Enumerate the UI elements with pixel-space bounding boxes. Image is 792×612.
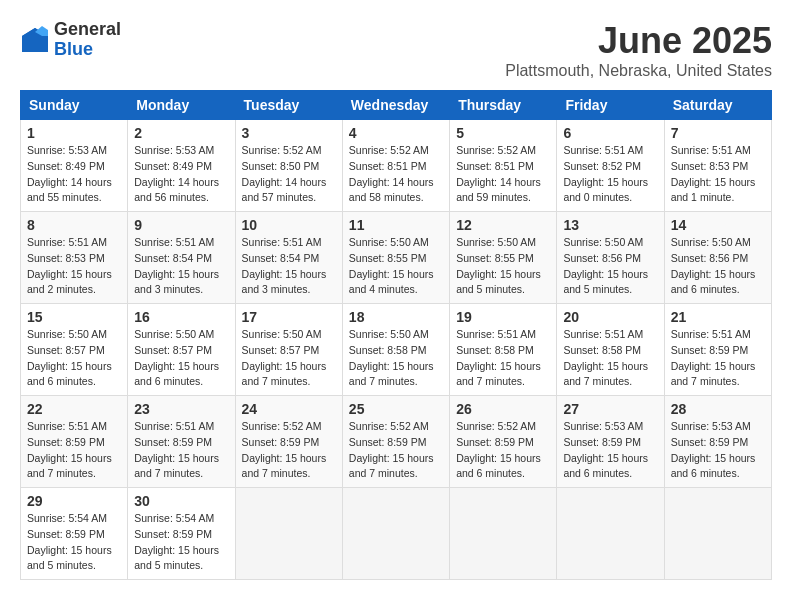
weekday-header: Thursday	[450, 91, 557, 120]
day-info: Sunrise: 5:50 AMSunset: 8:55 PMDaylight:…	[349, 235, 443, 298]
weekday-header: Friday	[557, 91, 664, 120]
calendar-cell: 21Sunrise: 5:51 AMSunset: 8:59 PMDayligh…	[664, 304, 771, 396]
logo: General Blue	[20, 20, 121, 60]
calendar-cell: 8Sunrise: 5:51 AMSunset: 8:53 PMDaylight…	[21, 212, 128, 304]
calendar-table: SundayMondayTuesdayWednesdayThursdayFrid…	[20, 90, 772, 580]
day-number: 1	[27, 125, 121, 141]
calendar-week-row: 29Sunrise: 5:54 AMSunset: 8:59 PMDayligh…	[21, 488, 772, 580]
day-info: Sunrise: 5:51 AMSunset: 8:58 PMDaylight:…	[456, 327, 550, 390]
calendar-body: 1Sunrise: 5:53 AMSunset: 8:49 PMDaylight…	[21, 120, 772, 580]
calendar-cell	[664, 488, 771, 580]
calendar-cell: 7Sunrise: 5:51 AMSunset: 8:53 PMDaylight…	[664, 120, 771, 212]
calendar-cell: 10Sunrise: 5:51 AMSunset: 8:54 PMDayligh…	[235, 212, 342, 304]
day-number: 16	[134, 309, 228, 325]
calendar-week-row: 22Sunrise: 5:51 AMSunset: 8:59 PMDayligh…	[21, 396, 772, 488]
day-number: 8	[27, 217, 121, 233]
day-number: 5	[456, 125, 550, 141]
day-number: 9	[134, 217, 228, 233]
title-area: June 2025 Plattsmouth, Nebraska, United …	[505, 20, 772, 80]
calendar-cell: 29Sunrise: 5:54 AMSunset: 8:59 PMDayligh…	[21, 488, 128, 580]
day-info: Sunrise: 5:53 AMSunset: 8:59 PMDaylight:…	[671, 419, 765, 482]
day-number: 7	[671, 125, 765, 141]
day-number: 17	[242, 309, 336, 325]
calendar-cell: 4Sunrise: 5:52 AMSunset: 8:51 PMDaylight…	[342, 120, 449, 212]
day-info: Sunrise: 5:52 AMSunset: 8:59 PMDaylight:…	[242, 419, 336, 482]
day-number: 13	[563, 217, 657, 233]
day-info: Sunrise: 5:51 AMSunset: 8:54 PMDaylight:…	[134, 235, 228, 298]
calendar-cell: 3Sunrise: 5:52 AMSunset: 8:50 PMDaylight…	[235, 120, 342, 212]
day-number: 28	[671, 401, 765, 417]
day-number: 18	[349, 309, 443, 325]
day-info: Sunrise: 5:50 AMSunset: 8:57 PMDaylight:…	[27, 327, 121, 390]
logo-blue: Blue	[54, 40, 121, 60]
calendar-cell: 20Sunrise: 5:51 AMSunset: 8:58 PMDayligh…	[557, 304, 664, 396]
day-number: 11	[349, 217, 443, 233]
calendar-cell: 17Sunrise: 5:50 AMSunset: 8:57 PMDayligh…	[235, 304, 342, 396]
day-info: Sunrise: 5:52 AMSunset: 8:59 PMDaylight:…	[349, 419, 443, 482]
day-number: 26	[456, 401, 550, 417]
day-info: Sunrise: 5:50 AMSunset: 8:56 PMDaylight:…	[671, 235, 765, 298]
day-info: Sunrise: 5:51 AMSunset: 8:59 PMDaylight:…	[27, 419, 121, 482]
calendar-cell	[557, 488, 664, 580]
calendar-cell: 2Sunrise: 5:53 AMSunset: 8:49 PMDaylight…	[128, 120, 235, 212]
day-number: 30	[134, 493, 228, 509]
day-number: 21	[671, 309, 765, 325]
calendar-cell: 5Sunrise: 5:52 AMSunset: 8:51 PMDaylight…	[450, 120, 557, 212]
day-info: Sunrise: 5:51 AMSunset: 8:54 PMDaylight:…	[242, 235, 336, 298]
calendar-cell: 1Sunrise: 5:53 AMSunset: 8:49 PMDaylight…	[21, 120, 128, 212]
calendar-cell: 23Sunrise: 5:51 AMSunset: 8:59 PMDayligh…	[128, 396, 235, 488]
location: Plattsmouth, Nebraska, United States	[505, 62, 772, 80]
day-info: Sunrise: 5:53 AMSunset: 8:49 PMDaylight:…	[134, 143, 228, 206]
day-info: Sunrise: 5:54 AMSunset: 8:59 PMDaylight:…	[27, 511, 121, 574]
day-info: Sunrise: 5:51 AMSunset: 8:52 PMDaylight:…	[563, 143, 657, 206]
day-number: 6	[563, 125, 657, 141]
calendar-cell: 15Sunrise: 5:50 AMSunset: 8:57 PMDayligh…	[21, 304, 128, 396]
day-number: 29	[27, 493, 121, 509]
day-number: 4	[349, 125, 443, 141]
day-number: 23	[134, 401, 228, 417]
calendar-cell: 12Sunrise: 5:50 AMSunset: 8:55 PMDayligh…	[450, 212, 557, 304]
day-info: Sunrise: 5:52 AMSunset: 8:51 PMDaylight:…	[456, 143, 550, 206]
calendar-cell: 11Sunrise: 5:50 AMSunset: 8:55 PMDayligh…	[342, 212, 449, 304]
day-info: Sunrise: 5:53 AMSunset: 8:49 PMDaylight:…	[27, 143, 121, 206]
day-info: Sunrise: 5:52 AMSunset: 8:59 PMDaylight:…	[456, 419, 550, 482]
calendar-cell	[450, 488, 557, 580]
calendar-cell: 26Sunrise: 5:52 AMSunset: 8:59 PMDayligh…	[450, 396, 557, 488]
day-info: Sunrise: 5:50 AMSunset: 8:58 PMDaylight:…	[349, 327, 443, 390]
day-number: 19	[456, 309, 550, 325]
day-number: 12	[456, 217, 550, 233]
day-info: Sunrise: 5:51 AMSunset: 8:53 PMDaylight:…	[671, 143, 765, 206]
calendar-cell: 28Sunrise: 5:53 AMSunset: 8:59 PMDayligh…	[664, 396, 771, 488]
calendar-cell	[235, 488, 342, 580]
day-number: 14	[671, 217, 765, 233]
day-info: Sunrise: 5:52 AMSunset: 8:50 PMDaylight:…	[242, 143, 336, 206]
weekday-header: Sunday	[21, 91, 128, 120]
day-info: Sunrise: 5:54 AMSunset: 8:59 PMDaylight:…	[134, 511, 228, 574]
day-number: 15	[27, 309, 121, 325]
calendar-cell: 9Sunrise: 5:51 AMSunset: 8:54 PMDaylight…	[128, 212, 235, 304]
month-title: June 2025	[505, 20, 772, 62]
day-info: Sunrise: 5:50 AMSunset: 8:55 PMDaylight:…	[456, 235, 550, 298]
day-info: Sunrise: 5:51 AMSunset: 8:59 PMDaylight:…	[671, 327, 765, 390]
calendar-cell	[342, 488, 449, 580]
calendar-header: SundayMondayTuesdayWednesdayThursdayFrid…	[21, 91, 772, 120]
calendar-cell: 14Sunrise: 5:50 AMSunset: 8:56 PMDayligh…	[664, 212, 771, 304]
logo-text: General Blue	[54, 20, 121, 60]
day-number: 10	[242, 217, 336, 233]
calendar-cell: 25Sunrise: 5:52 AMSunset: 8:59 PMDayligh…	[342, 396, 449, 488]
day-number: 25	[349, 401, 443, 417]
weekday-header: Tuesday	[235, 91, 342, 120]
day-info: Sunrise: 5:51 AMSunset: 8:53 PMDaylight:…	[27, 235, 121, 298]
calendar-cell: 30Sunrise: 5:54 AMSunset: 8:59 PMDayligh…	[128, 488, 235, 580]
weekday-row: SundayMondayTuesdayWednesdayThursdayFrid…	[21, 91, 772, 120]
day-info: Sunrise: 5:52 AMSunset: 8:51 PMDaylight:…	[349, 143, 443, 206]
page-header: General Blue June 2025 Plattsmouth, Nebr…	[20, 20, 772, 80]
day-number: 2	[134, 125, 228, 141]
calendar-cell: 13Sunrise: 5:50 AMSunset: 8:56 PMDayligh…	[557, 212, 664, 304]
day-info: Sunrise: 5:53 AMSunset: 8:59 PMDaylight:…	[563, 419, 657, 482]
calendar-cell: 27Sunrise: 5:53 AMSunset: 8:59 PMDayligh…	[557, 396, 664, 488]
calendar-cell: 19Sunrise: 5:51 AMSunset: 8:58 PMDayligh…	[450, 304, 557, 396]
day-info: Sunrise: 5:51 AMSunset: 8:59 PMDaylight:…	[134, 419, 228, 482]
calendar-week-row: 1Sunrise: 5:53 AMSunset: 8:49 PMDaylight…	[21, 120, 772, 212]
calendar-week-row: 15Sunrise: 5:50 AMSunset: 8:57 PMDayligh…	[21, 304, 772, 396]
